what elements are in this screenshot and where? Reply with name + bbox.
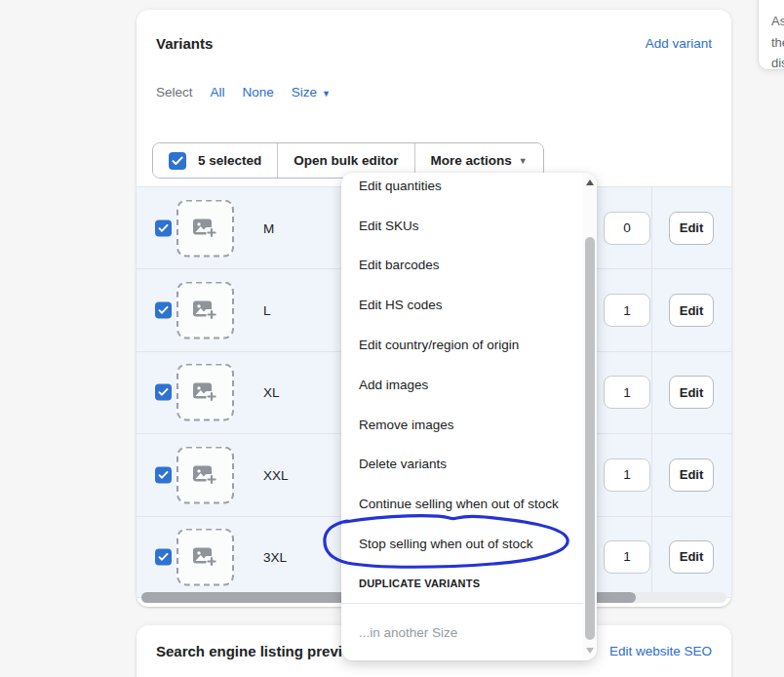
check-icon [158,223,169,232]
scrollbar-down-arrow-icon[interactable] [586,648,594,654]
context-line: As [771,11,784,32]
image-plus-icon [192,462,218,487]
menu-item-edit-barcodes[interactable]: Edit barcodes [341,246,583,286]
variants-card-header: Variants Add variant [156,35,712,52]
row-checkbox[interactable] [155,384,172,401]
menu-scrollbar[interactable] [583,173,597,660]
more-actions-menu-list: Edit quantities Edit SKUs Edit barcodes … [341,173,583,603]
edit-variant-button[interactable]: Edit [669,212,714,245]
scrollbar-up-arrow-icon[interactable] [586,179,594,185]
select-size-dropdown[interactable]: Size▼ [292,85,331,100]
variants-title: Variants [156,35,213,52]
quantity-input[interactable] [604,458,650,492]
edit-variant-button[interactable]: Edit [669,376,714,409]
variant-label: 3XL [263,549,287,564]
row-checkbox[interactable] [155,548,172,565]
variant-label: L [263,303,271,318]
menu-item-edit-skus[interactable]: Edit SKUs [341,206,583,246]
selected-count-button[interactable]: 5 selected [153,143,277,178]
menu-item-in-another-size[interactable]: ...in another Size [341,610,583,655]
check-icon [158,388,169,397]
menu-item-continue-selling-when-out-of-stock[interactable]: Continue selling when out of stock [341,484,583,524]
add-image-placeholder[interactable] [176,282,234,339]
select-label: Select [156,85,193,100]
add-image-placeholder[interactable] [176,199,234,257]
quantity-input[interactable] [604,294,650,327]
menu-scrollbar-thumb[interactable] [585,237,595,640]
add-image-placeholder[interactable] [176,364,234,421]
select-all-link[interactable]: All [211,85,225,100]
add-image-placeholder[interactable] [176,446,234,503]
quantity-input[interactable] [604,376,650,409]
edit-variant-button[interactable]: Edit [669,458,714,492]
add-variant-link[interactable]: Add variant [646,36,712,51]
row-checkbox[interactable] [155,302,172,319]
chevron-down-icon: ▼ [322,89,331,99]
add-image-placeholder[interactable] [176,528,234,585]
more-actions-menu: Edit quantities Edit SKUs Edit barcodes … [341,173,597,660]
variant-label: XXL [263,467,289,482]
check-icon [158,470,169,479]
menu-section-duplicate-variants: DUPLICATE VARIANTS [341,564,583,603]
variant-label: M [263,220,274,235]
menu-item-add-images[interactable]: Add images [341,365,583,405]
menu-item-edit-country-region-of-origin[interactable]: Edit country/region of origin [341,325,583,365]
menu-item-delete-variants[interactable]: Delete variants [341,445,583,485]
select-row: Select All None Size▼ [156,85,331,100]
quantity-input[interactable] [604,212,650,245]
check-icon [172,156,183,166]
selected-count-label: 5 selected [198,153,261,168]
menu-item-edit-hs-codes[interactable]: Edit HS codes [341,285,583,325]
select-all-checkbox[interactable] [169,152,186,170]
quantity-input[interactable] [604,540,650,574]
image-plus-icon [192,544,218,569]
variant-label: XL [263,385,280,400]
edit-variant-button[interactable]: Edit [669,540,714,574]
image-plus-icon [192,216,218,240]
row-checkbox[interactable] [155,219,172,236]
select-none-link[interactable]: None [243,85,274,100]
context-line: dis [771,53,784,70]
context-line: the [771,32,784,54]
menu-item-edit-quantities[interactable]: Edit quantities [341,173,583,206]
menu-item-remove-images[interactable]: Remove images [341,405,583,445]
menu-divider [341,603,583,604]
check-icon [158,306,169,315]
image-plus-icon [192,299,218,323]
edit-variant-button[interactable]: Edit [669,294,714,327]
seo-title: Search engine listing preview [156,643,362,659]
row-checkbox[interactable] [155,466,172,483]
context-tooltip-card: As the dis [758,0,784,70]
chevron-down-icon: ▼ [519,156,528,166]
check-icon [158,552,169,561]
image-plus-icon [192,380,218,405]
edit-website-seo-link[interactable]: Edit website SEO [609,644,712,658]
menu-item-stop-selling-when-out-of-stock[interactable]: Stop selling when out of stock [341,524,583,564]
